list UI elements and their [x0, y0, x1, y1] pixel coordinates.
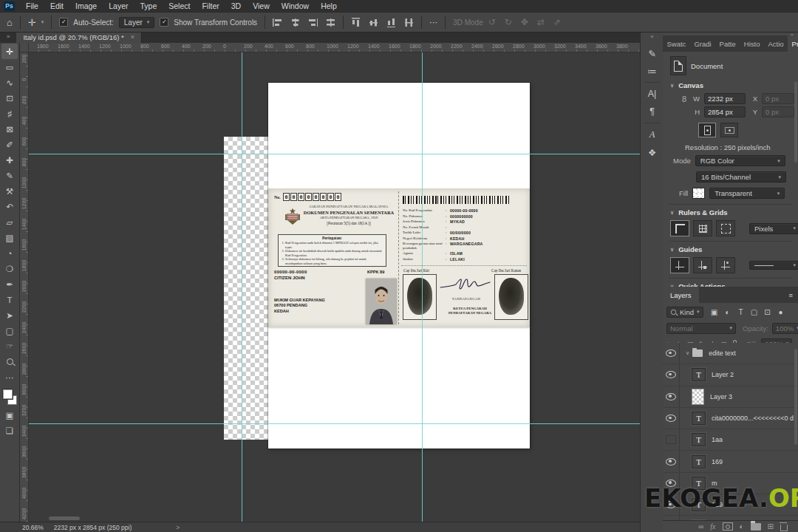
panel-tab-actio[interactable]: Actio: [764, 35, 788, 52]
show-transform-checkbox[interactable]: ✓: [160, 18, 168, 27]
ruler-origin-box[interactable]: [19, 43, 29, 52]
menu-window[interactable]: Window: [276, 1, 315, 10]
distribute-horizontal-icon[interactable]: [326, 18, 335, 27]
gradient-tool[interactable]: ▨: [1, 230, 18, 245]
panel-tab-patte[interactable]: Patte: [715, 35, 740, 52]
layer-row-layer-3[interactable]: Layer 3: [663, 386, 798, 408]
guide-horizontal[interactable]: [28, 423, 640, 424]
frame-tool[interactable]: ⊠: [1, 121, 18, 137]
eraser-tool[interactable]: ▱: [1, 214, 18, 230]
lock-guides-button[interactable]: [693, 257, 712, 273]
panel-tab-swatc[interactable]: Swatc: [663, 35, 690, 52]
clone-stamp-tool[interactable]: ⚒: [1, 183, 18, 199]
double-chevron-icon[interactable]: »: [650, 33, 653, 40]
landscape-orientation-button[interactable]: [720, 123, 738, 137]
path-selection-tool[interactable]: ➤: [1, 307, 18, 323]
dodge-tool[interactable]: ❍: [1, 261, 18, 276]
filter-toggle-icon[interactable]: ●: [775, 308, 787, 316]
opacity-field[interactable]: 100% ▾: [772, 323, 798, 334]
layers-tab[interactable]: Layers: [663, 287, 699, 303]
smart-guides-button[interactable]: [716, 257, 735, 273]
toggle-snap-button[interactable]: [716, 220, 735, 236]
lasso-tool[interactable]: ∿: [1, 75, 18, 90]
fill-dropdown[interactable]: Transparent ▾: [709, 188, 785, 199]
glyphs-panel-icon[interactable]: A: [643, 126, 662, 143]
foreground-background-colors[interactable]: [1, 388, 18, 407]
brush-tool[interactable]: ✎: [1, 168, 18, 183]
chevron-expand-icon[interactable]: ∨: [686, 350, 689, 356]
menu-layer[interactable]: Layer: [103, 1, 134, 10]
new-group-icon[interactable]: [751, 523, 761, 531]
crop-tool[interactable]: ♯: [1, 106, 18, 121]
double-chevron-icon[interactable]: »: [0, 31, 16, 43]
toggle-rulers-button[interactable]: [670, 220, 689, 236]
quick-mask-icon[interactable]: ▣: [1, 407, 18, 423]
type-tool[interactable]: T: [1, 292, 18, 307]
pen-tool[interactable]: ✒: [1, 276, 18, 292]
align-vertical-centers-icon[interactable]: [369, 18, 378, 27]
properties-scrollbar[interactable]: [794, 81, 797, 163]
layer-row-layer-2[interactable]: TLayer 2: [663, 364, 798, 386]
kind-filter-dropdown[interactable]: Kind ▾: [666, 307, 703, 318]
object-selection-tool[interactable]: ⊡: [1, 90, 18, 106]
panel-tab-gradi[interactable]: Gradi: [690, 35, 715, 52]
filter-adjustment-layers-icon[interactable]: ◐: [722, 308, 734, 316]
menu-edit[interactable]: Edit: [44, 1, 69, 10]
layer-row-layer-169[interactable]: T169: [663, 451, 798, 472]
canvas-viewport[interactable]: No. 00000000 JABATAN PENDAFTARAN NEGARA …: [28, 52, 640, 522]
new-layer-icon[interactable]: ⊞: [768, 523, 774, 531]
align-bottom-edges-icon[interactable]: [387, 18, 395, 27]
brushes-panel-icon[interactable]: ≔: [643, 62, 662, 80]
align-top-edges-icon[interactable]: [352, 18, 360, 27]
menu-icon[interactable]: ≡: [783, 287, 798, 303]
move-tool-badge-icon[interactable]: ✛: [28, 17, 36, 28]
align-left-edges-icon[interactable]: [273, 18, 282, 27]
rectangle-tool[interactable]: ▢: [1, 323, 18, 338]
horizontal-ruler[interactable]: 1800160014001200100080060040020002004006…: [28, 43, 640, 52]
layer-row-layer-1aa[interactable]: T1aa: [663, 429, 798, 451]
layer-visibility-toggle[interactable]: [663, 408, 680, 429]
zoom-tool[interactable]: [1, 354, 18, 369]
paragraph-panel-icon[interactable]: ¶: [643, 103, 662, 120]
guides-section-header[interactable]: ∨ Guides: [670, 245, 702, 253]
horizontal-scrollbar-thumb[interactable]: [49, 516, 80, 520]
menu-filter[interactable]: Filter: [196, 1, 225, 10]
history-brush-tool[interactable]: ↶: [1, 199, 18, 214]
close-icon[interactable]: ×: [131, 33, 134, 41]
layer-row-layer-cita[interactable]: Tcita0000000...<<<<<<<<0 d: [663, 408, 798, 429]
toggle-guides-button[interactable]: [670, 257, 689, 273]
canvas-height-field[interactable]: 2854 px: [704, 106, 746, 117]
toggle-grid-button[interactable]: [693, 220, 712, 236]
layer-row-layer-group-edite-text[interactable]: ∨edite text: [663, 343, 798, 364]
panel-tab-histo[interactable]: Histo: [740, 35, 764, 52]
panel-tab-properties[interactable]: Properties: [788, 35, 798, 52]
screen-mode-icon[interactable]: ❏: [1, 423, 18, 438]
auto-select-checkbox[interactable]: ✓: [59, 18, 68, 27]
3d-panel-icon[interactable]: ❖: [643, 143, 662, 161]
hand-tool[interactable]: ☞: [1, 338, 18, 354]
link-layers-icon[interactable]: ∞: [698, 523, 703, 531]
blend-mode-dropdown[interactable]: Normal ▾: [666, 323, 736, 334]
brush-settings-panel-icon[interactable]: ✎: [643, 44, 662, 62]
align-right-edges-icon[interactable]: [308, 18, 318, 27]
document-tab[interactable]: Italy id.psd @ 20.7% (RGB/16) * ×: [16, 31, 142, 43]
guide-vertical[interactable]: [242, 52, 242, 522]
filter-shape-layers-icon[interactable]: ▢: [748, 308, 760, 316]
layer-visibility-toggle[interactable]: [663, 429, 680, 450]
eyedropper-tool[interactable]: ✐: [1, 137, 18, 152]
filter-smart-objects-icon[interactable]: ⊡: [762, 308, 774, 316]
layer-style-icon[interactable]: fx: [710, 523, 715, 531]
more-options-icon[interactable]: ⋯: [429, 18, 437, 27]
vertical-ruler[interactable]: 2000200400600800100012001400160018002000…: [19, 52, 29, 522]
menu-view[interactable]: View: [247, 1, 276, 10]
menu-3d[interactable]: 3D: [225, 1, 247, 10]
edit-toolbar-icon[interactable]: ⋯: [1, 369, 18, 385]
units-dropdown[interactable]: Pixels ▾: [749, 223, 798, 234]
character-panel-icon[interactable]: A|: [643, 85, 662, 103]
layer-visibility-toggle[interactable]: [663, 386, 680, 407]
move-tool[interactable]: ✛: [1, 44, 18, 59]
filter-type-layers-icon[interactable]: T: [735, 308, 747, 316]
add-layer-mask-icon[interactable]: [723, 522, 733, 531]
status-expander[interactable]: >: [176, 524, 180, 531]
menu-select[interactable]: Select: [163, 1, 196, 10]
